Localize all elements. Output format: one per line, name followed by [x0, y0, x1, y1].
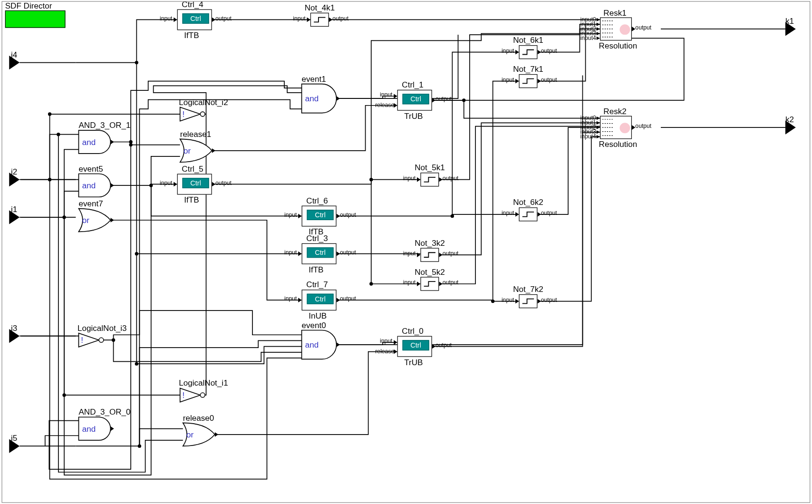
not-not_i3[interactable]: !	[79, 333, 106, 349]
svg-point-4	[369, 178, 373, 181]
svg-marker-80	[215, 432, 218, 437]
svg-point-14	[462, 98, 465, 102]
ctrl-block-ctrl0[interactable]: Ctrl	[397, 336, 432, 357]
svg-point-11	[129, 143, 133, 146]
svg-point-89	[99, 338, 104, 342]
svg-point-15	[135, 362, 138, 365]
svg-point-13	[112, 339, 115, 342]
ctrl-block-ctrl6[interactable]: Ctrl	[302, 206, 337, 227]
gate-and3or1[interactable]: and	[79, 130, 114, 155]
svg-point-86	[200, 112, 205, 116]
port-i3-label: i3	[11, 323, 17, 332]
gate-event1[interactable]: and	[302, 84, 340, 114]
port-i2-label: i2	[11, 167, 17, 176]
port-k1-label: k1	[785, 16, 794, 25]
port-k2-label: k2	[785, 115, 794, 124]
svg-point-6	[491, 300, 494, 303]
svg-point-5	[451, 214, 454, 218]
svg-marker-70	[111, 140, 114, 145]
gate-event7[interactable]: or	[79, 209, 114, 233]
svg-point-0	[135, 61, 138, 64]
not-not_i2[interactable]: !	[180, 107, 207, 122]
port-i4-label: i4	[11, 50, 17, 59]
ctrl-block-ctrl4[interactable]: Ctrl	[177, 9, 212, 30]
ctrl-block-ctrl7[interactable]: Ctrl	[302, 290, 337, 310]
svg-text:or: or	[184, 146, 191, 155]
svg-text:!: !	[81, 336, 83, 345]
svg-marker-78	[212, 148, 215, 153]
svg-text:and: and	[82, 181, 96, 190]
svg-text:!: !	[183, 110, 185, 119]
svg-text:and: and	[82, 138, 96, 147]
svg-point-16	[369, 282, 373, 285]
port-i1-label: i1	[11, 204, 17, 213]
gate-release0[interactable]: or	[183, 423, 218, 447]
svg-marker-76	[111, 426, 114, 431]
svg-text:!: !	[183, 391, 185, 400]
svg-point-9	[138, 445, 141, 448]
svg-marker-82	[337, 96, 340, 101]
port-i5-label: i5	[11, 433, 17, 442]
ctrl-block-ctrl3[interactable]: Ctrl	[302, 243, 337, 264]
svg-point-12	[57, 133, 60, 136]
gate-release1[interactable]: or	[180, 139, 215, 163]
sdf-director[interactable]	[5, 10, 66, 28]
svg-marker-84	[337, 342, 340, 347]
ctrl-block-ctrl5[interactable]: Ctrl	[177, 174, 212, 195]
svg-text:or: or	[82, 216, 89, 225]
svg-text:and: and	[305, 340, 319, 349]
svg-point-92	[200, 393, 205, 397]
svg-point-17	[48, 112, 51, 116]
gate-and3or0[interactable]: and	[79, 417, 114, 441]
not-not_i1[interactable]: !	[180, 388, 207, 403]
gate-event5[interactable]: and	[79, 174, 114, 198]
svg-marker-74	[111, 218, 114, 223]
svg-text:and: and	[82, 425, 96, 434]
sdf-director-label: SDF Director	[5, 1, 52, 10]
svg-marker-72	[111, 183, 114, 188]
svg-text:or: or	[186, 430, 193, 439]
svg-text:and: and	[305, 94, 319, 103]
svg-point-3	[135, 252, 138, 255]
svg-point-10	[62, 393, 66, 397]
gate-event0[interactable]: and	[302, 330, 340, 360]
ctrl-block-ctrl1[interactable]: Ctrl	[397, 90, 432, 111]
